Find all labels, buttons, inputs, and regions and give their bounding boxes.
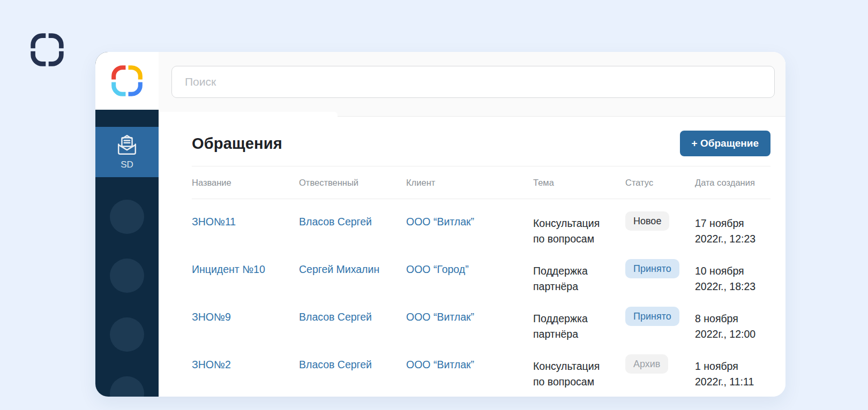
- client-link[interactable]: ООО “Витлак”: [406, 311, 474, 323]
- column-header-responsible: Отвественный: [299, 178, 406, 188]
- table-row: ЗНО№2 Власов Сергей ООО “Витлак” Консуль…: [192, 342, 770, 390]
- ticket-name-link[interactable]: ЗНО№2: [192, 359, 231, 370]
- column-header-theme: Тема: [533, 178, 625, 188]
- status-badge: Архив: [625, 354, 668, 374]
- sidebar-placeholder-item: [110, 317, 144, 352]
- column-header-client: Клиент: [406, 178, 533, 188]
- ticket-name-link[interactable]: ЗНО№9: [192, 311, 231, 323]
- client-link[interactable]: ООО “Витлак”: [406, 359, 474, 370]
- column-header-status: Статус: [625, 178, 695, 188]
- table-header: Название Отвественный Клиент Тема Статус…: [192, 166, 770, 199]
- responsible-link[interactable]: Сергей Михалин: [299, 263, 379, 275]
- brand-watermark-logo-icon: [29, 32, 65, 67]
- column-header-name: Название: [192, 178, 299, 188]
- responsible-link[interactable]: Власов Сергей: [299, 216, 372, 227]
- search-input[interactable]: [171, 66, 775, 98]
- theme-text: Консультация по вопросам: [533, 216, 613, 247]
- created-date: 8 ноября 2022г., 12:00: [695, 311, 764, 342]
- status-badge: Новое: [625, 211, 669, 231]
- responsible-link[interactable]: Власов Сергей: [299, 359, 372, 370]
- create-request-button[interactable]: + Обращение: [680, 131, 770, 156]
- client-link[interactable]: ООО “Город”: [406, 263, 469, 275]
- created-date: 17 ноября 2022г., 12:23: [695, 216, 764, 247]
- content-area: Обращения + Обращение Название Отвествен…: [159, 52, 785, 397]
- client-link[interactable]: ООО “Витлак”: [406, 216, 474, 227]
- page-header: Обращения + Обращение: [192, 117, 770, 166]
- app-logo-icon: [110, 64, 144, 97]
- theme-text: Поддержка партнёра: [533, 311, 613, 342]
- page-title: Обращения: [192, 135, 282, 153]
- open-envelope-icon: [115, 134, 139, 157]
- theme-text: Поддержка партнёра: [533, 263, 613, 294]
- created-date: 1 ноября 2022г., 11:11: [695, 359, 764, 390]
- sidebar-item-label: SD: [121, 160, 133, 170]
- sidebar-placeholder-item: [110, 376, 144, 397]
- topbar: [159, 52, 785, 117]
- app-window: SD Обращения + Обращение Название Отвест…: [95, 52, 785, 397]
- sidebar-placeholder-item: [110, 200, 144, 234]
- responsible-link[interactable]: Власов Сергей: [299, 311, 372, 323]
- sidebar-placeholder-list: [110, 200, 144, 397]
- main-panel: Обращения + Обращение Название Отвествен…: [159, 117, 785, 390]
- table-body: ЗНО№11 Власов Сергей ООО “Витлак” Консул…: [192, 199, 770, 390]
- ticket-name-link[interactable]: Инцидент №10: [192, 263, 265, 275]
- sidebar: SD: [95, 52, 159, 397]
- table-row: ЗНО№9 Власов Сергей ООО “Витлак” Поддерж…: [192, 294, 770, 342]
- status-badge: Принято: [625, 259, 679, 278]
- sidebar-item-sd[interactable]: SD: [95, 127, 159, 177]
- ticket-name-link[interactable]: ЗНО№11: [192, 216, 236, 227]
- sidebar-placeholder-item: [110, 259, 144, 293]
- theme-text: Консультация по вопросам: [533, 359, 613, 390]
- table-row: ЗНО№11 Власов Сергей ООО “Витлак” Консул…: [192, 199, 770, 247]
- created-date: 10 ноября 2022г., 18:23: [695, 263, 764, 294]
- app-logo[interactable]: [95, 52, 159, 110]
- active-tab-indicator: [159, 112, 338, 117]
- table-row: Инцидент №10 Сергей Михалин ООО “Город” …: [192, 247, 770, 294]
- column-header-created: Дата создания: [695, 178, 770, 188]
- status-badge: Принято: [625, 307, 679, 326]
